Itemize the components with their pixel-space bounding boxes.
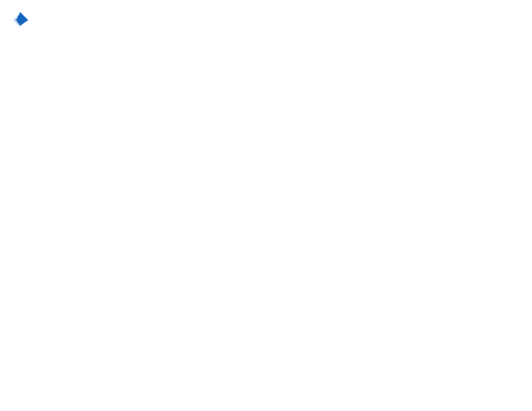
logo (11, 11, 32, 30)
logo-icon (11, 11, 30, 30)
page-header (11, 11, 521, 30)
